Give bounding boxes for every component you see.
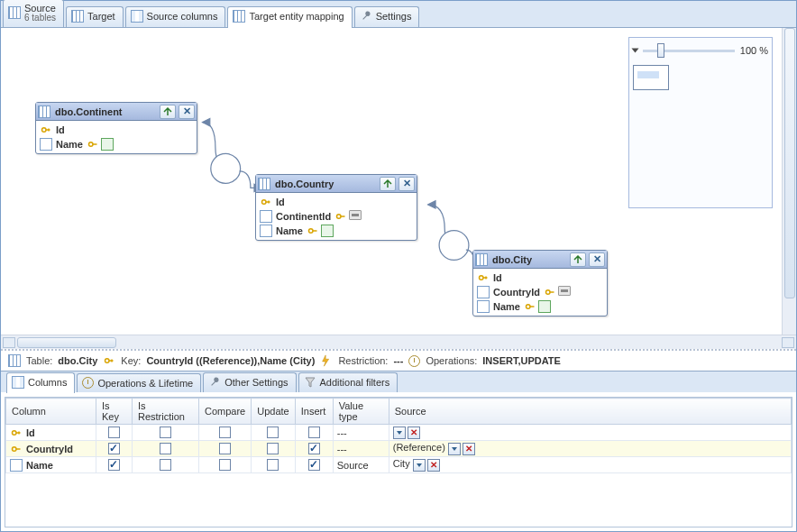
checkbox-iskey[interactable] xyxy=(108,459,120,471)
foreignkey-icon xyxy=(349,210,362,220)
checkbox-update[interactable] xyxy=(267,459,279,471)
tab-target[interactable]: Target xyxy=(66,6,124,27)
checkbox-iskey[interactable] xyxy=(108,443,120,454)
entity-close-button[interactable]: ✕ xyxy=(589,252,605,267)
cell-source: City xyxy=(393,458,410,469)
zoom-slider-thumb[interactable] xyxy=(657,43,664,58)
scroll-left-button[interactable] xyxy=(3,337,15,348)
field-row[interactable]: Name xyxy=(477,299,603,314)
subtab-operations[interactable]: Operations & Lifetime xyxy=(77,373,201,392)
scroll-right-button[interactable] xyxy=(782,337,794,348)
cell-valuetype[interactable]: --- xyxy=(333,425,389,441)
tab-source-columns[interactable]: Source columns xyxy=(125,6,226,27)
cell-column-name: Id xyxy=(26,427,35,438)
horizontal-scrollbar[interactable] xyxy=(1,335,796,349)
dropdown-icon[interactable] xyxy=(632,49,639,53)
field-row[interactable]: Name xyxy=(260,224,413,238)
col-header[interactable]: Update xyxy=(252,399,295,425)
checkbox-compare[interactable] xyxy=(219,459,231,471)
tab-source[interactable]: Source 6 tables xyxy=(3,0,64,27)
source-clear-button[interactable]: ✕ xyxy=(408,427,420,439)
entity-country[interactable]: dbo.Country ✕ Id ContinentId xyxy=(255,174,417,241)
source-clear-button[interactable]: ✕ xyxy=(463,443,475,455)
table-row[interactable]: Name Source City ✕ xyxy=(6,457,792,473)
tab-settings-label: Settings xyxy=(376,11,412,22)
checkbox-isrestriction[interactable] xyxy=(160,459,171,471)
col-header[interactable]: Column xyxy=(6,399,96,425)
table-row[interactable]: CountryId --- (Reference) ✕ xyxy=(6,441,792,457)
subtab-other[interactable]: Other Settings xyxy=(203,372,296,392)
checkbox-isrestriction[interactable] xyxy=(160,427,171,438)
cell-valuetype[interactable]: --- xyxy=(333,441,389,457)
checkbox-update[interactable] xyxy=(267,427,279,438)
col-header[interactable]: Source xyxy=(389,399,791,425)
key-icon xyxy=(544,286,556,298)
col-header[interactable]: Compare xyxy=(199,399,252,425)
col-header[interactable]: Insert xyxy=(295,399,333,425)
table-header: Column Is Key Is Restriction Compare Upd… xyxy=(6,399,792,425)
checkbox-insert[interactable] xyxy=(308,459,320,471)
checkbox-insert[interactable] xyxy=(308,443,320,454)
scroll-thumb[interactable] xyxy=(17,337,116,348)
scroll-thumb[interactable] xyxy=(784,28,795,298)
source-dropdown-button[interactable] xyxy=(448,443,461,455)
columns-icon xyxy=(131,10,143,23)
minimap[interactable] xyxy=(633,65,669,90)
cell-valuetype[interactable]: Source xyxy=(333,457,389,473)
svg-marker-2 xyxy=(428,201,435,208)
field-row[interactable]: CountryId xyxy=(477,285,603,299)
entity-expand-button[interactable] xyxy=(570,252,586,267)
key-icon xyxy=(477,271,490,284)
field-row[interactable]: Name xyxy=(40,137,193,151)
zoom-slider[interactable] xyxy=(643,50,735,52)
details-tab-strip: Columns Operations & Lifetime Other Sett… xyxy=(1,371,796,393)
col-header[interactable]: Is Restriction xyxy=(133,399,199,425)
source-dropdown-button[interactable] xyxy=(413,459,426,472)
zoom-value: 100 % xyxy=(740,45,768,56)
column-icon xyxy=(477,286,490,298)
checkbox-compare[interactable] xyxy=(219,443,231,454)
svg-point-10 xyxy=(545,290,550,295)
mapping-canvas[interactable]: dbo.Continent ✕ Id Name xyxy=(1,28,796,335)
subtab-columns[interactable]: Columns xyxy=(6,372,75,393)
entity-expand-button[interactable] xyxy=(380,177,396,191)
checkbox-update[interactable] xyxy=(267,443,279,454)
checkbox-isrestriction[interactable] xyxy=(160,443,171,454)
col-header[interactable]: Value type xyxy=(333,399,389,425)
field-row[interactable]: Id xyxy=(477,271,603,285)
vertical-scrollbar[interactable] xyxy=(782,28,796,335)
table-icon xyxy=(258,178,270,190)
subtab-label: Operations & Lifetime xyxy=(97,378,193,389)
entity-header[interactable]: dbo.Country ✕ xyxy=(256,175,417,193)
column-icon xyxy=(40,138,52,151)
key-icon xyxy=(307,225,319,237)
col-header[interactable]: Is Key xyxy=(96,399,133,425)
selection-info-bar: Table: dbo.City Key: CountryId ((Referen… xyxy=(1,351,796,371)
tab-target-label: Target xyxy=(87,11,115,22)
tab-settings[interactable]: Settings xyxy=(354,6,420,27)
entity-header[interactable]: dbo.Continent ✕ xyxy=(36,103,197,121)
entity-continent[interactable]: dbo.Continent ✕ Id Name xyxy=(35,102,197,154)
entity-close-button[interactable]: ✕ xyxy=(179,105,195,119)
checkbox-compare[interactable] xyxy=(219,427,231,438)
foreignkey-icon xyxy=(558,286,571,296)
bolt-icon xyxy=(320,354,333,367)
checkbox-iskey[interactable] xyxy=(108,427,120,438)
entity-city[interactable]: dbo.City ✕ Id CountryId xyxy=(472,250,608,316)
entity-close-button[interactable]: ✕ xyxy=(398,177,415,191)
svg-point-4 xyxy=(42,128,47,133)
entity-header[interactable]: dbo.City ✕ xyxy=(473,251,607,269)
subtab-label: Other Settings xyxy=(224,377,288,388)
table-row[interactable]: Id --- ✕ xyxy=(6,425,792,441)
checkbox-insert[interactable] xyxy=(308,427,320,438)
subtab-filters[interactable]: Additional filters xyxy=(298,372,398,392)
filter-icon xyxy=(304,376,316,389)
column-icon xyxy=(477,300,490,313)
tab-target-mapping[interactable]: Target entity mapping xyxy=(227,6,352,28)
source-clear-button[interactable]: ✕ xyxy=(427,459,440,472)
source-dropdown-button[interactable] xyxy=(393,427,406,439)
field-row[interactable]: Id xyxy=(40,123,193,137)
field-row[interactable]: Id xyxy=(260,195,413,209)
entity-expand-button[interactable] xyxy=(160,105,176,119)
field-row[interactable]: ContinentId xyxy=(260,209,413,224)
